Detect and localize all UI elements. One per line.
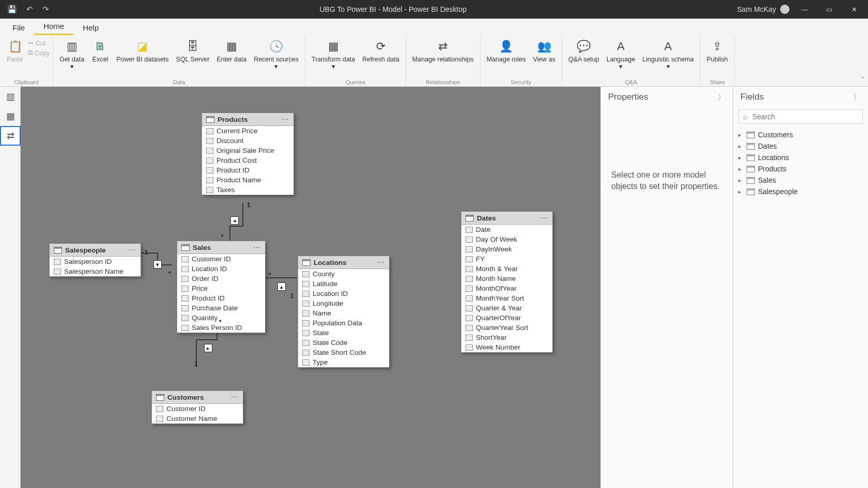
table-field[interactable]: Customer Name <box>152 414 243 423</box>
fields-header[interactable]: Fields 〉 <box>733 87 868 107</box>
table-field[interactable]: Customer ID <box>152 404 243 414</box>
fields-tree-node[interactable]: ▸Products <box>736 163 865 175</box>
table-field[interactable]: Salesperson Name <box>50 266 141 276</box>
table-field[interactable]: State <box>298 328 389 338</box>
manage-roles-button[interactable]: 👤Manage roles <box>484 37 529 64</box>
table-field[interactable]: QuarterOfYear <box>461 313 552 323</box>
table-field[interactable]: Order ID <box>177 274 265 284</box>
table-field[interactable]: DayInWeek <box>461 244 552 254</box>
expand-icon[interactable]: ▸ <box>736 166 743 172</box>
manage-relationships-button[interactable]: ⇄Manage relationships <box>409 37 477 64</box>
copy-button[interactable]: ⧉Copy <box>28 49 50 57</box>
table-field[interactable]: Quarter & Year <box>461 303 552 313</box>
table-field[interactable]: State Short Code <box>298 348 389 357</box>
data-view-button[interactable]: ▦ <box>0 106 21 126</box>
expand-icon[interactable]: ▸ <box>736 143 743 150</box>
table-field[interactable]: Population Data <box>298 318 389 328</box>
transform-data-button[interactable]: ▦Transform data▾ <box>308 37 358 72</box>
table-field[interactable]: Day Of Week <box>461 234 552 244</box>
table-customers[interactable]: Customers⋯ Customer IDCustomer Name <box>151 390 243 424</box>
table-field[interactable]: Current Price <box>202 126 293 136</box>
undo-icon[interactable]: ↶ <box>26 5 33 14</box>
minimize-button[interactable]: — <box>795 0 814 19</box>
table-field[interactable]: MonthOfYear <box>461 284 552 293</box>
table-field[interactable]: Location ID <box>177 264 265 274</box>
table-field[interactable]: Original Sale Price <box>202 146 293 155</box>
table-field[interactable]: Product Name <box>202 175 293 185</box>
qa-setup-button[interactable]: 💬Q&A setup <box>565 37 602 72</box>
table-field[interactable]: Month & Year <box>461 264 552 274</box>
sql-server-button[interactable]: 🗄SQL Server <box>173 37 213 72</box>
table-field[interactable]: Product ID <box>177 293 265 303</box>
table-locations[interactable]: Locations⋯ CountyLatitudeLocation IDLong… <box>298 256 390 368</box>
cut-button[interactable]: ✂Cut <box>28 39 50 47</box>
more-icon[interactable]: ⋯ <box>129 246 136 254</box>
more-icon[interactable]: ⋯ <box>282 115 289 123</box>
save-icon[interactable]: 💾 <box>7 5 17 14</box>
table-field[interactable]: Price <box>177 284 265 293</box>
table-field[interactable]: Name <box>298 308 389 318</box>
table-field[interactable]: County <box>298 269 389 279</box>
view-as-button[interactable]: 👥View as <box>530 37 559 64</box>
search-input[interactable] <box>752 113 858 121</box>
table-field[interactable]: Longitude <box>298 298 389 308</box>
table-field[interactable]: Purchase Date <box>177 303 265 313</box>
expand-icon[interactable]: ▸ <box>736 177 743 184</box>
table-products[interactable]: Products⋯ Current PriceDiscountOriginal … <box>202 113 294 195</box>
table-field[interactable]: Salesperson ID <box>50 257 141 266</box>
get-data-button[interactable]: ▥Get data▾ <box>56 37 87 72</box>
linguistic-schema-button[interactable]: ALinguistic schema▾ <box>639 37 696 72</box>
table-field[interactable]: Taxes <box>202 185 293 195</box>
properties-header[interactable]: Properties 〉 <box>601 87 733 107</box>
publish-button[interactable]: ⇪Publish <box>704 37 731 64</box>
table-field[interactable]: Month Name <box>461 274 552 284</box>
table-field[interactable]: Product ID <box>202 165 293 175</box>
tab-home[interactable]: Home <box>34 19 73 35</box>
table-field[interactable]: Product Cost <box>202 155 293 165</box>
table-field[interactable]: Discount <box>202 136 293 146</box>
fields-tree-node[interactable]: ▸Dates <box>736 140 865 152</box>
table-field[interactable]: ShortYear <box>461 333 552 342</box>
user-account[interactable]: Sam McKay <box>737 5 789 14</box>
enter-data-button[interactable]: ▦Enter data <box>213 37 250 72</box>
table-field[interactable]: Latitude <box>298 279 389 289</box>
table-field[interactable]: FY <box>461 254 552 264</box>
expand-icon[interactable]: ▸ <box>736 188 743 195</box>
more-icon[interactable]: ⋯ <box>231 393 239 401</box>
fields-tree-node[interactable]: ▸Customers <box>736 129 865 140</box>
table-field[interactable]: Type <box>298 357 389 367</box>
table-salespeople[interactable]: Salespeople⋯ Salesperson IDSalesperson N… <box>49 243 141 277</box>
expand-icon[interactable]: ▸ <box>736 154 743 161</box>
tab-file[interactable]: File <box>3 20 34 35</box>
table-field[interactable]: Location ID <box>298 289 389 298</box>
table-field[interactable]: Date <box>461 225 552 234</box>
more-icon[interactable]: ⋯ <box>253 243 261 251</box>
fields-tree-node[interactable]: ▸Locations <box>736 152 865 163</box>
fields-tree-node[interactable]: ▸Salespeople <box>736 186 865 197</box>
fields-tree-node[interactable]: ▸Sales <box>736 175 865 186</box>
table-field[interactable]: State Code <box>298 338 389 348</box>
language-button[interactable]: ALanguage▾ <box>603 37 639 72</box>
redo-icon[interactable]: ↷ <box>42 5 49 14</box>
report-view-button[interactable]: ▥ <box>0 87 21 106</box>
more-icon[interactable]: ⋯ <box>540 214 548 222</box>
collapse-ribbon-icon[interactable]: ˆ <box>861 76 864 84</box>
recent-sources-button[interactable]: 🕓Recent sources▾ <box>251 37 302 72</box>
excel-button[interactable]: 🗎Excel <box>88 37 112 72</box>
expand-icon[interactable]: ▸ <box>736 132 743 138</box>
pbi-datasets-button[interactable]: ◪Power BI datasets <box>113 37 172 72</box>
table-dates[interactable]: Dates⋯ DateDay Of WeekDayInWeekFYMonth &… <box>461 211 553 353</box>
table-field[interactable]: Week Number <box>461 342 552 352</box>
tab-help[interactable]: Help <box>73 20 108 35</box>
more-icon[interactable]: ⋯ <box>377 258 385 266</box>
model-canvas[interactable]: Products⋯ Current PriceDiscountOriginal … <box>21 87 600 488</box>
close-button[interactable]: ✕ <box>844 0 864 19</box>
refresh-button[interactable]: ⟳Refresh data <box>359 37 402 72</box>
fields-search[interactable]: ⌕ <box>738 109 863 124</box>
paste-button[interactable]: 📋 Paste <box>3 37 27 64</box>
table-field[interactable]: QuarterYear Sort <box>461 323 552 333</box>
table-field[interactable]: Customer ID <box>177 254 265 264</box>
maximize-button[interactable]: ▭ <box>819 0 839 19</box>
model-view-button[interactable]: ⇄ <box>0 126 21 146</box>
table-field[interactable]: MonthYear Sort <box>461 293 552 303</box>
